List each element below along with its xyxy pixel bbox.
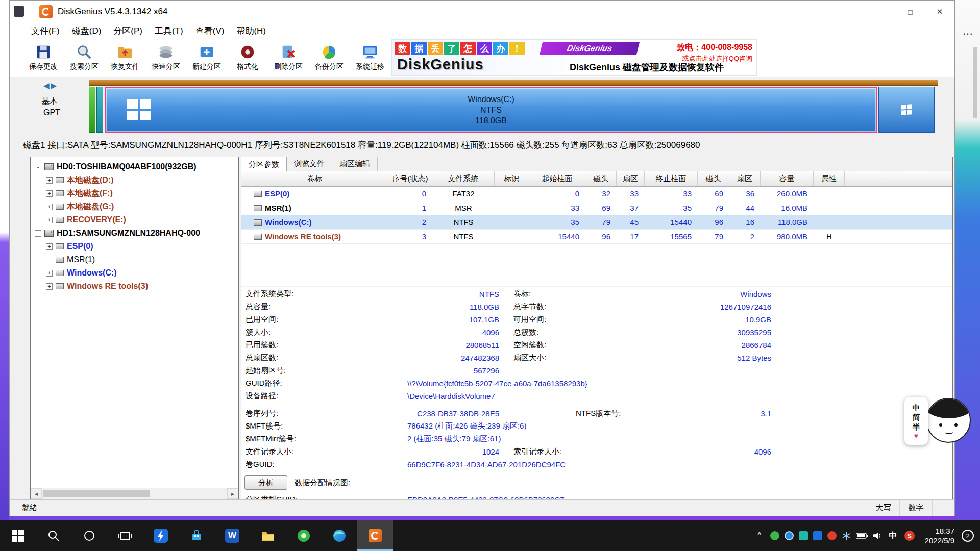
toolbar: 保存更改 搜索分区 恢复文件 快速分区 新建分区 格式化 <box>10 38 954 77</box>
format-button[interactable]: 格式化 <box>227 40 268 76</box>
expand-icon[interactable]: + <box>46 190 53 197</box>
task-view-button[interactable] <box>107 520 143 551</box>
taskbar-app-store[interactable] <box>179 520 214 551</box>
table-row-esp[interactable]: ESP(0) 0 FAT32 0 32 33 33 69 36 260.0MB <box>241 187 952 201</box>
more-options-icon[interactable]: ⋯ <box>963 28 973 40</box>
tree-item-recovery-e[interactable]: + RECOVERY(E:) <box>31 213 238 227</box>
tree-item-windows-re[interactable]: + Windows RE tools(3) <box>31 280 238 293</box>
segment-windows-re[interactable] <box>878 87 935 133</box>
volume-icon[interactable] <box>873 531 883 540</box>
taskbar-app-word[interactable]: W <box>214 520 250 551</box>
battery-icon[interactable] <box>856 531 868 540</box>
new-partition-button[interactable]: 新建分区 <box>186 40 227 76</box>
menu-partition[interactable]: 分区(P) <box>107 23 149 38</box>
collapse-icon[interactable]: - <box>35 230 41 237</box>
tray-app-icon-teal[interactable] <box>799 531 808 540</box>
ime-status-widget[interactable]: 中 简 半 ♥ <box>904 397 928 445</box>
cortana-button[interactable] <box>71 520 107 551</box>
date: 2022/5/9 <box>925 536 954 545</box>
menu-help[interactable]: 帮助(H) <box>230 23 272 38</box>
expand-icon[interactable]: + <box>46 270 53 277</box>
start-button[interactable] <box>0 520 36 551</box>
tree-item-local-f[interactable]: + 本地磁盘(F:) <box>31 187 238 200</box>
ime-indicator[interactable]: 中 <box>889 531 897 541</box>
tray-app-icon-blue[interactable] <box>785 531 794 540</box>
tree-item-windows-c[interactable]: + Windows(C:) <box>31 266 238 280</box>
recover-files-button[interactable]: 恢复文件 <box>105 40 145 76</box>
notification-badge[interactable]: 2 <box>962 530 974 542</box>
ad-phone: 致电：400-008-9958 <box>677 42 752 53</box>
format-icon <box>239 43 256 61</box>
taskbar: W ^ 中 S 18:37 2022/5/9 <box>0 520 980 551</box>
tree-item-msr[interactable]: MSR(1) <box>31 253 238 266</box>
maximize-button[interactable]: □ <box>895 1 925 23</box>
expand-icon[interactable]: + <box>46 217 53 223</box>
ad-banner[interactable]: 数 据 丢 了 怎 么 办 ！ DiskGenius DiskGenius 致电… <box>391 39 757 76</box>
tray-app-icon-red[interactable] <box>827 531 837 540</box>
partition-icon <box>56 177 64 183</box>
tab-browse-files[interactable]: 浏览文件 <box>287 157 332 171</box>
menu-tools[interactable]: 工具(T) <box>149 23 189 38</box>
scroll-right-icon[interactable]: ▸ <box>227 488 238 499</box>
analyze-button[interactable]: 分析 <box>244 475 287 490</box>
disk-nav-arrows[interactable]: ◀▶ <box>43 81 58 90</box>
edge-icon <box>332 529 347 543</box>
expand-icon[interactable]: + <box>46 283 53 290</box>
tab-sector-edit[interactable]: 扇区编辑 <box>332 157 378 171</box>
segment-esp[interactable] <box>89 87 95 133</box>
menu-file[interactable]: 文件(F) <box>25 23 66 38</box>
table-row-windows-c[interactable]: Windows(C:) 2 NTFS 35 79 45 15440 96 16 … <box>241 215 952 230</box>
ime-mascot-avatar[interactable] <box>926 398 971 443</box>
ad-ribbon: DiskGenius <box>540 42 640 55</box>
taskbar-app-green[interactable] <box>286 520 322 551</box>
close-button[interactable]: ✕ <box>925 1 954 23</box>
system-migration-button[interactable]: 系统迁移 <box>350 40 390 76</box>
tree-item-hd1[interactable]: - HD1:SAMSUNGMZNLN128HAHQ-000 <box>31 227 238 240</box>
menu-view[interactable]: 查看(V) <box>189 23 231 38</box>
taskbar-search-button[interactable] <box>36 520 71 551</box>
snowflake-icon[interactable] <box>842 531 851 540</box>
prev-disk-icon[interactable]: ◀ <box>43 81 51 90</box>
partition-icon <box>254 205 262 211</box>
tree-item-esp[interactable]: + ESP(0) <box>31 240 238 253</box>
segment-msr[interactable] <box>96 87 103 133</box>
save-changes-button[interactable]: 保存更改 <box>23 40 64 76</box>
tray-expand-icon[interactable]: ^ <box>751 531 768 540</box>
quick-partition-button[interactable]: 快速分区 <box>145 40 186 76</box>
taskbar-app-edge[interactable] <box>322 520 357 551</box>
tray-app-icon-qq[interactable] <box>813 531 822 540</box>
taskbar-app-thunder[interactable] <box>143 520 179 551</box>
taskbar-app-diskgenius[interactable] <box>357 520 393 551</box>
delete-partition-button[interactable]: 删除分区 <box>268 40 309 76</box>
tree-horizontal-scrollbar[interactable]: ◂ ▸ <box>31 488 238 499</box>
expand-icon[interactable]: + <box>46 204 53 210</box>
heart-icon[interactable]: ♥ <box>914 432 918 440</box>
table-row-windows-re[interactable]: Windows RE tools(3) 3 NTFS 15440 96 17 1… <box>241 230 952 244</box>
segment-label: Windows(C:) NTFS 118.0GB <box>468 94 514 126</box>
menu-bar: 文件(F) 磁盘(D) 分区(P) 工具(T) 查看(V) 帮助(H) <box>10 23 954 38</box>
taskbar-app-explorer[interactable] <box>250 520 286 551</box>
expand-icon[interactable]: + <box>46 243 53 250</box>
tab-partition-params[interactable]: 分区参数 <box>241 157 287 171</box>
tray-app-icon-s[interactable]: S <box>904 531 915 541</box>
segment-windows-c[interactable]: Windows(C:) NTFS 118.0GB <box>105 87 877 133</box>
search-partition-button[interactable]: 搜索分区 <box>64 40 105 76</box>
next-disk-icon[interactable]: ▶ <box>51 81 59 90</box>
menu-disk[interactable]: 磁盘(D) <box>66 23 108 38</box>
backup-partition-button[interactable]: 备份分区 <box>309 40 350 76</box>
collapse-icon[interactable]: - <box>35 164 41 170</box>
scrollbar-thumb[interactable] <box>43 490 150 497</box>
background-scrollbar[interactable] <box>973 47 977 118</box>
taskbar-clock[interactable]: 18:37 2022/5/9 <box>925 526 954 545</box>
minimize-button[interactable]: — <box>866 1 895 23</box>
tree-item-local-d[interactable]: + 本地磁盘(D:) <box>31 173 238 187</box>
tree-item-hd0[interactable]: - HD0:TOSHIBAMQ04ABF100(932GB) <box>31 160 238 173</box>
scroll-left-icon[interactable]: ◂ <box>31 488 42 499</box>
quick-partition-icon <box>157 43 175 61</box>
expand-icon[interactable]: + <box>46 177 53 184</box>
partition-icon <box>56 217 64 223</box>
tray-app-icon-green[interactable] <box>770 531 779 540</box>
table-row-msr[interactable]: MSR(1) 1 MSR 33 69 37 35 79 44 16.0MB <box>241 201 952 215</box>
tree-item-local-g[interactable]: + 本地磁盘(G:) <box>31 200 238 213</box>
search-icon <box>76 43 93 61</box>
